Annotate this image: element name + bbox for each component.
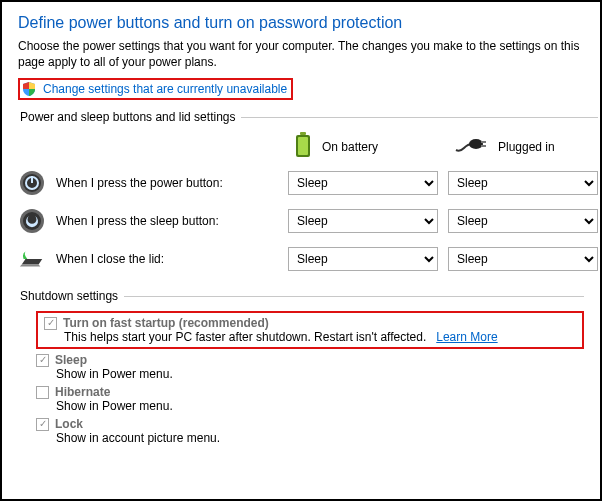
- on-battery-label: On battery: [322, 140, 378, 154]
- buttons-and-lid-group: Power and sleep buttons and lid settings…: [18, 110, 598, 283]
- lock-label: Lock: [55, 417, 83, 431]
- close-lid-row: When I close the lid: Sleep Sleep: [18, 245, 598, 273]
- svg-rect-2: [298, 137, 308, 155]
- buttons-and-lid-legend: Power and sleep buttons and lid settings: [18, 110, 241, 124]
- sleep-button-label: When I press the sleep button:: [56, 214, 219, 228]
- power-button-plugged-select[interactable]: Sleep: [448, 171, 598, 195]
- svg-rect-5: [481, 145, 486, 147]
- close-lid-plugged-select[interactable]: Sleep: [448, 247, 598, 271]
- plugged-in-label: Plugged in: [498, 140, 555, 154]
- lock-checkbox[interactable]: [36, 418, 49, 431]
- fast-startup-desc: This helps start your PC faster after sh…: [64, 330, 426, 344]
- power-button-label: When I press the power button:: [56, 176, 223, 190]
- sleep-button-icon: [18, 207, 46, 235]
- close-lid-label: When I close the lid:: [56, 252, 164, 266]
- hibernate-checkbox[interactable]: [36, 386, 49, 399]
- close-lid-battery-select[interactable]: Sleep: [288, 247, 438, 271]
- sleep-button-plugged-select[interactable]: Sleep: [448, 209, 598, 233]
- sleep-button-battery-select[interactable]: Sleep: [288, 209, 438, 233]
- hibernate-label: Hibernate: [55, 385, 110, 399]
- sleep-desc: Show in Power menu.: [36, 367, 584, 381]
- svg-marker-12: [22, 259, 43, 265]
- battery-icon: [294, 132, 312, 161]
- svg-point-11: [23, 212, 41, 230]
- power-button-battery-select[interactable]: Sleep: [288, 171, 438, 195]
- fast-startup-checkbox[interactable]: [44, 317, 57, 330]
- shutdown-settings-group: Shutdown settings Turn on fast startup (…: [18, 289, 584, 449]
- power-options-panel: Define power buttons and turn on passwor…: [0, 0, 602, 501]
- change-settings-link-highlight: Change settings that are currently unava…: [18, 78, 293, 100]
- sleep-label: Sleep: [55, 353, 87, 367]
- plug-icon: [454, 136, 488, 157]
- page-title: Define power buttons and turn on passwor…: [18, 14, 584, 32]
- laptop-lid-icon: [18, 245, 46, 273]
- shutdown-settings-legend: Shutdown settings: [18, 289, 124, 303]
- power-button-icon: [18, 169, 46, 197]
- power-button-row: When I press the power button: Sleep Sle…: [18, 169, 598, 197]
- sleep-checkbox[interactable]: [36, 354, 49, 367]
- uac-shield-icon: [21, 81, 37, 97]
- plugged-in-column-header: Plugged in: [448, 136, 598, 157]
- hibernate-desc: Show in Power menu.: [36, 399, 584, 413]
- page-subtitle: Choose the power settings that you want …: [18, 38, 584, 70]
- lock-desc: Show in account picture menu.: [36, 431, 584, 445]
- svg-point-3: [469, 139, 483, 149]
- svg-rect-0: [300, 132, 306, 135]
- svg-marker-13: [20, 265, 41, 267]
- on-battery-column-header: On battery: [288, 132, 438, 161]
- fast-startup-learn-more-link[interactable]: Learn More: [436, 330, 497, 344]
- fast-startup-label: Turn on fast startup (recommended): [63, 316, 269, 330]
- sleep-button-row: When I press the sleep button: Sleep Sle…: [18, 207, 598, 235]
- change-settings-link[interactable]: Change settings that are currently unava…: [43, 82, 287, 96]
- fast-startup-highlight: Turn on fast startup (recommended) This …: [36, 311, 584, 349]
- svg-rect-4: [481, 141, 486, 143]
